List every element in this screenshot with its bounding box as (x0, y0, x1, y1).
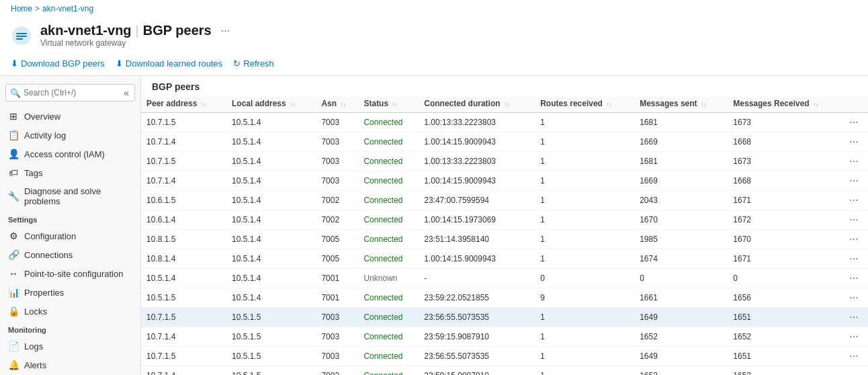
download-learned-routes-button[interactable]: ⬇ Download learned routes (116, 56, 223, 71)
bgp-peers-table: Peer address ↑↓ Local address ↑↓ Asn ↑↓ (141, 95, 868, 375)
cell-peer-address: 10.7.1.4 (141, 366, 226, 376)
cell-local-address: 10.5.1.5 (226, 327, 316, 347)
nav-item-connections[interactable]: 🔗 Connections (0, 245, 140, 264)
table-row: 10.7.1.4 10.5.1.4 7003 Connected 1.00:14… (141, 132, 868, 152)
col-header-messages-sent[interactable]: Messages sent ↑↓ (634, 95, 728, 113)
cell-row-menu[interactable]: ··· (844, 288, 868, 308)
cell-routes-received: 1 (535, 230, 634, 249)
nav-item-activity-log[interactable]: 📋 Activity log (0, 126, 140, 144)
cell-asn: 7002 (316, 191, 358, 210)
cell-row-menu[interactable]: ··· (844, 171, 868, 191)
cell-status: Connected (358, 288, 419, 308)
refresh-icon: ↻ (233, 58, 241, 69)
main-layout: 🔍 « ⊞ Overview 📋 Activity log 👤 Access c… (0, 76, 868, 375)
nav-item-point-to-site[interactable]: ↔ Point-to-site configuration (0, 264, 140, 283)
nav-item-configuration[interactable]: ⚙ Configuration (0, 226, 140, 245)
cell-messages-received: 1668 (728, 132, 844, 152)
col-header-messages-received[interactable]: Messages Received ↑↓ (728, 95, 844, 113)
cell-row-menu[interactable]: ··· (844, 308, 868, 327)
cell-row-menu[interactable]: ··· (844, 210, 868, 230)
connections-icon: 🔗 (8, 249, 19, 260)
col-header-connected-duration[interactable]: Connected duration ↑↓ (419, 95, 535, 113)
cell-row-menu[interactable]: ··· (844, 327, 868, 347)
col-header-status[interactable]: Status ↑↓ (358, 95, 419, 113)
collapse-icon[interactable]: « (122, 87, 130, 98)
cell-row-menu[interactable]: ··· (844, 249, 868, 269)
table-row: 10.8.1.4 10.5.1.4 7005 Connected 1.00:14… (141, 249, 868, 269)
cell-connected-duration: 23:59:22.0521855 (419, 288, 535, 308)
sort-asn[interactable]: ↑↓ (340, 102, 345, 108)
cell-status: Connected (358, 230, 419, 249)
nav-item-diagnose[interactable]: 🔧 Diagnose and solve problems (0, 182, 140, 210)
cell-row-menu[interactable]: ··· (844, 113, 868, 132)
search-container: 🔍 « (5, 84, 135, 101)
nav-item-access-control[interactable]: 👤 Access control (IAM) (0, 144, 140, 163)
col-header-routes-received[interactable]: Routes received ↑↓ (535, 95, 634, 113)
sort-messages-sent[interactable]: ↑↓ (701, 102, 706, 108)
table-row: 10.7.1.4 10.5.1.4 7003 Connected 1.00:14… (141, 171, 868, 191)
header-separator: | (136, 23, 139, 38)
cell-asn: 7003 (316, 113, 358, 132)
refresh-button[interactable]: ↻ Refresh (233, 56, 274, 71)
header-page: BGP peers (143, 23, 212, 38)
sort-local-address[interactable]: ↑↓ (290, 102, 295, 108)
cell-row-menu[interactable]: ··· (844, 132, 868, 152)
cell-messages-received: 1672 (728, 210, 844, 230)
nav-item-overview[interactable]: ⊞ Overview (0, 107, 140, 126)
sort-status[interactable]: ↑↓ (392, 102, 397, 108)
cell-connected-duration: 23:51:14.3958140 (419, 230, 535, 249)
cell-peer-address: 10.6.1.5 (141, 191, 226, 210)
cell-row-menu[interactable]: ··· (844, 347, 868, 366)
cell-status: Connected (358, 366, 419, 376)
cell-local-address: 10.5.1.5 (226, 366, 316, 376)
cell-messages-sent: 1649 (634, 308, 728, 327)
nav-item-locks[interactable]: 🔒 Locks (0, 302, 140, 321)
header-dots[interactable]: ··· (221, 25, 230, 37)
cell-local-address: 10.5.1.4 (226, 210, 316, 230)
table-row: 10.6.1.5 10.5.1.4 7002 Connected 23:47:0… (141, 191, 868, 210)
download-routes-icon: ⬇ (116, 58, 123, 69)
sort-peer-address[interactable]: ↑↓ (201, 102, 206, 108)
diagnose-icon: 🔧 (8, 191, 19, 202)
cell-asn: 7005 (316, 249, 358, 269)
cell-row-menu[interactable]: ··· (844, 191, 868, 210)
nav-item-tags[interactable]: 🏷 Tags (0, 163, 140, 182)
logs-icon: 📄 (8, 341, 19, 351)
cell-local-address: 10.5.1.4 (226, 132, 316, 152)
cell-messages-sent: 1674 (634, 249, 728, 269)
cell-messages-sent: 1652 (634, 327, 728, 347)
cell-row-menu[interactable]: ··· (844, 230, 868, 249)
col-header-peer-address[interactable]: Peer address ↑↓ (141, 95, 226, 113)
cell-messages-received: 1656 (728, 288, 844, 308)
cell-row-menu[interactable]: ··· (844, 366, 868, 376)
cell-peer-address: 10.5.1.5 (141, 288, 226, 308)
search-input[interactable] (24, 88, 122, 97)
nav-item-logs[interactable]: 📄 Logs (0, 337, 140, 356)
col-header-local-address[interactable]: Local address ↑↓ (226, 95, 316, 113)
cell-row-menu[interactable]: ··· (844, 269, 868, 288)
cell-messages-received: 1651 (728, 308, 844, 327)
table-row: 10.7.1.5 10.5.1.5 7003 Connected 23:56:5… (141, 347, 868, 366)
col-header-actions (844, 95, 868, 113)
breadcrumb-current[interactable]: akn-vnet1-vng (42, 4, 93, 13)
header-subtitle: Virtual network gateway (40, 38, 230, 48)
download-bgp-peers-button[interactable]: ⬇ Download BGP peers (11, 56, 105, 71)
cell-connected-duration: 1.00:14:15.1973069 (419, 210, 535, 230)
breadcrumb-separator: > (35, 4, 40, 13)
cell-messages-received: 1670 (728, 230, 844, 249)
nav-item-properties[interactable]: 📊 Properties (0, 283, 140, 302)
col-header-asn[interactable]: Asn ↑↓ (316, 95, 358, 113)
monitoring-section-label: Monitoring (0, 321, 140, 337)
sort-messages-received[interactable]: ↑↓ (813, 102, 818, 108)
sort-connected-duration[interactable]: ↑↓ (504, 102, 509, 108)
cell-row-menu[interactable]: ··· (844, 152, 868, 171)
cell-peer-address: 10.7.1.5 (141, 113, 226, 132)
sort-routes-received[interactable]: ↑↓ (606, 102, 611, 108)
cell-messages-received: 0 (728, 269, 844, 288)
breadcrumb-home[interactable]: Home (11, 4, 32, 13)
cell-peer-address: 10.8.1.4 (141, 249, 226, 269)
nav-item-alerts[interactable]: 🔔 Alerts (0, 356, 140, 374)
cell-asn: 7003 (316, 308, 358, 327)
cell-status: Connected (358, 171, 419, 191)
overview-icon: ⊞ (8, 111, 19, 122)
